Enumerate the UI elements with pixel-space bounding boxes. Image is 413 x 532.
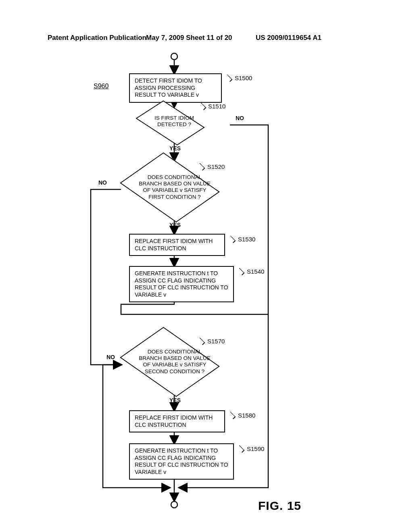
- step-label-s1510: S1510: [208, 103, 225, 110]
- step-label-s1500: S1500: [235, 75, 252, 81]
- leader-tick-icon: [225, 75, 233, 82]
- header-left: Patent Application Publication: [48, 34, 146, 42]
- leader-tick-icon: [198, 163, 205, 171]
- section-ref: S960: [94, 83, 108, 90]
- label-yes: YES: [169, 145, 181, 152]
- step-label-s1520: S1520: [207, 163, 225, 170]
- step-label-s1580: S1580: [238, 412, 255, 419]
- leader-tick-icon: [237, 268, 245, 276]
- label-no: NO: [106, 354, 115, 360]
- decision-s1510-text: IS FIRST IDIOM DETECTED ?: [149, 115, 199, 128]
- decision-s1570-text: DOES CONDITIONAL BRANCH BASED ON VALUE O…: [136, 349, 213, 375]
- leader-tick-icon: [237, 445, 245, 453]
- figure-label: FIG. 15: [258, 499, 301, 513]
- step-label-s1540: S1540: [247, 268, 264, 275]
- label-no: NO: [98, 179, 107, 186]
- decision-s1520-text: DOES CONDITIONAL BRANCH BASED ON VALUE O…: [136, 174, 213, 200]
- leader-tick-icon: [228, 236, 236, 243]
- header-right: US 2009/0119654 A1: [256, 34, 321, 42]
- process-s1580: REPLACE FIRST IDIOM WITH CLC INSTRUCTION: [129, 410, 225, 432]
- step-label-s1590: S1590: [247, 445, 264, 452]
- step-label-s1570: S1570: [207, 338, 225, 345]
- label-yes: YES: [169, 397, 181, 403]
- leader-tick-icon: [198, 338, 205, 345]
- svg-point-0: [171, 53, 177, 60]
- process-s1500: DETECT FIRST IDIOM TO ASSIGN PROCESSING …: [129, 73, 222, 103]
- page: Patent Application Publication May 7, 20…: [0, 0, 413, 532]
- leader-tick-icon: [199, 103, 206, 110]
- svg-point-10: [171, 501, 177, 508]
- leader-tick-icon: [228, 412, 236, 420]
- label-yes: YES: [169, 222, 181, 228]
- process-s1590: GENERATE INSTRUCTION t TO ASSIGN CC FLAG…: [129, 443, 234, 480]
- label-no: NO: [236, 115, 244, 121]
- process-s1530: REPLACE FIRST IDIOM WITH CLC INSTRUCTION: [129, 234, 225, 256]
- process-s1540: GENERATE INSTRUCTION t TO ASSIGN CC FLAG…: [129, 266, 234, 302]
- header-middle: May 7, 2009 Sheet 11 of 20: [146, 34, 232, 42]
- step-label-s1530: S1530: [238, 236, 255, 243]
